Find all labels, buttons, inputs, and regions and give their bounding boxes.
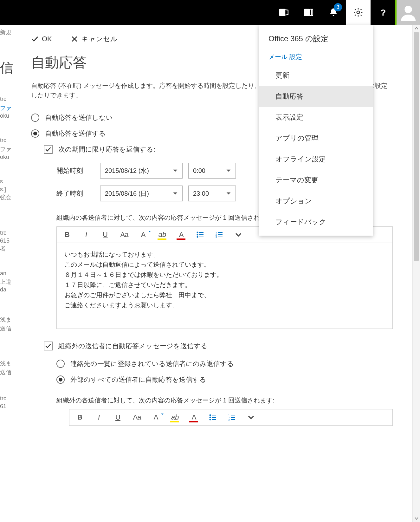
onenote-icon[interactable]: D	[296, 0, 321, 25]
chevron-down-icon	[226, 191, 231, 196]
radio-send-label: 自動応答を送信する	[45, 129, 106, 138]
more-formatting-button[interactable]	[234, 232, 243, 238]
bold-button[interactable]: B	[62, 231, 72, 239]
underline-button[interactable]: U	[113, 413, 123, 421]
chevron-down-icon	[173, 168, 178, 173]
internal-message-body[interactable]: いつもお世話になっております。 このメールは自動返信によって送信されています。 …	[57, 243, 392, 329]
svg-text:?: ?	[381, 8, 386, 17]
notifications-icon[interactable]: 3	[321, 0, 346, 25]
radio-external-all[interactable]: 外部のすべての送信者に自動応答を送信する	[56, 375, 393, 384]
svg-point-7	[197, 232, 198, 233]
svg-text:3: 3	[228, 418, 230, 421]
flyout-item-refresh[interactable]: 更新	[259, 65, 373, 86]
chevron-down-icon	[226, 168, 231, 173]
help-icon[interactable]: ?	[371, 0, 395, 25]
ok-label: OK	[42, 35, 52, 43]
bullet-list-button[interactable]	[196, 231, 205, 238]
flyout-item-manage-apps[interactable]: アプリの管理	[259, 128, 373, 149]
end-time-select[interactable]: 23:00	[188, 186, 236, 201]
gear-icon[interactable]	[346, 0, 371, 25]
external-desc: 組織外の各送信者に対して、次の内容の応答メッセージが 1 回送信されます:	[56, 396, 393, 405]
start-time-label: 開始時刻	[56, 166, 94, 175]
checkbox-external-label: 組織外の送信者に自動応答メッセージを送信する	[58, 342, 208, 350]
start-date-value: 2015/08/12 (水)	[105, 166, 149, 175]
ok-button[interactable]: OK	[31, 34, 52, 44]
svg-text:S: S	[281, 10, 284, 16]
svg-point-21	[210, 417, 211, 418]
vertical-scrollbar[interactable]	[412, 25, 420, 522]
radio-external-contacts[interactable]: 連絡先の一覧に登録されている送信者にのみ返信する	[56, 359, 393, 368]
start-time-select[interactable]: 0:00	[188, 163, 236, 179]
radio-icon	[31, 129, 39, 138]
radio-icon	[31, 114, 39, 122]
start-time-value: 0:00	[193, 167, 205, 174]
end-date-select[interactable]: 2015/08/16 (日)	[100, 186, 183, 201]
svg-text:D: D	[306, 10, 309, 16]
flyout-item-theme[interactable]: テーマの変更	[259, 170, 373, 191]
font-color-button[interactable]: A	[189, 413, 199, 421]
more-formatting-button[interactable]	[246, 414, 256, 421]
radio-external-contacts-label: 連絡先の一覧に登録されている送信者にのみ返信する	[70, 359, 234, 368]
flyout-item-feedback[interactable]: フィードバック	[259, 212, 373, 232]
radio-icon	[56, 360, 65, 368]
checkbox-external-send[interactable]: 組織外の送信者に自動応答メッセージを送信する	[44, 342, 393, 350]
flyout-item-auto-reply[interactable]: 自動応答	[259, 86, 373, 107]
mailbox-list-sliver: 新規 信 trc ファ oku trc ファ oku s. s.] 強会 trc…	[0, 25, 15, 522]
checkbox-period-label: 次の期間に限り応答を返信する:	[58, 145, 155, 154]
editor-toolbar: B I U Aa A ab A	[69, 409, 392, 426]
flyout-subheading: メール 設定	[259, 49, 373, 65]
avatar[interactable]	[395, 0, 420, 25]
chevron-down-icon	[173, 191, 178, 196]
underline-button[interactable]: U	[100, 231, 110, 239]
numbered-list-button[interactable]: 123	[215, 231, 224, 238]
font-style-button[interactable]: A	[139, 231, 148, 239]
top-bar: S D 3 ?	[0, 0, 420, 25]
italic-button[interactable]: I	[94, 413, 104, 421]
scroll-thumb[interactable]	[414, 32, 419, 261]
end-date-value: 2015/08/16 (日)	[105, 189, 149, 198]
end-time-value: 23:00	[193, 190, 209, 197]
svg-text:3: 3	[216, 236, 217, 238]
sharepoint-icon[interactable]: S	[272, 0, 296, 25]
font-style-button[interactable]: A	[151, 413, 161, 421]
external-message-editor[interactable]: B I U Aa A ab A	[69, 409, 393, 426]
scroll-down-arrow[interactable]	[413, 514, 420, 522]
font-color-button[interactable]: A	[177, 231, 186, 239]
cancel-label: キャンセル	[81, 34, 118, 44]
internal-message-editor[interactable]: B I U Aa A ab A	[56, 226, 393, 329]
svg-point-19	[210, 415, 211, 416]
font-size-button[interactable]: Aa	[132, 413, 142, 421]
svg-point-11	[197, 237, 198, 238]
flyout-item-options[interactable]: オプション	[259, 191, 373, 212]
bullet-list-button[interactable]	[208, 414, 218, 421]
bold-button[interactable]: B	[75, 413, 85, 421]
radio-external-all-label: 外部のすべての送信者に自動応答を送信する	[70, 375, 206, 384]
notification-badge: 3	[334, 3, 342, 11]
numbered-list-button[interactable]: 123	[227, 414, 237, 421]
flyout-item-offline[interactable]: オフライン設定	[259, 149, 373, 170]
checkbox-icon	[44, 145, 53, 154]
highlight-button[interactable]: ab	[170, 413, 180, 421]
flyout-heading[interactable]: Office 365 の設定	[259, 25, 373, 49]
flyout-item-display[interactable]: 表示設定	[259, 107, 373, 128]
radio-icon	[56, 375, 65, 384]
italic-button[interactable]: I	[81, 231, 91, 239]
svg-point-9	[197, 234, 198, 235]
svg-point-6	[404, 6, 412, 13]
settings-flyout: Office 365 の設定 メール 設定 更新 自動応答 表示設定 アプリの管…	[259, 25, 373, 236]
start-date-select[interactable]: 2015/08/12 (水)	[100, 163, 183, 179]
scroll-up-arrow[interactable]	[413, 25, 420, 32]
checkbox-icon	[44, 342, 53, 350]
highlight-button[interactable]: ab	[158, 231, 167, 239]
svg-point-23	[210, 419, 211, 420]
font-size-button[interactable]: Aa	[120, 231, 129, 239]
radio-dont-send-label: 自動応答を送信しない	[45, 113, 113, 122]
cancel-button[interactable]: キャンセル	[71, 34, 118, 44]
end-time-label: 終了時刻	[56, 189, 94, 198]
svg-point-4	[357, 11, 360, 14]
